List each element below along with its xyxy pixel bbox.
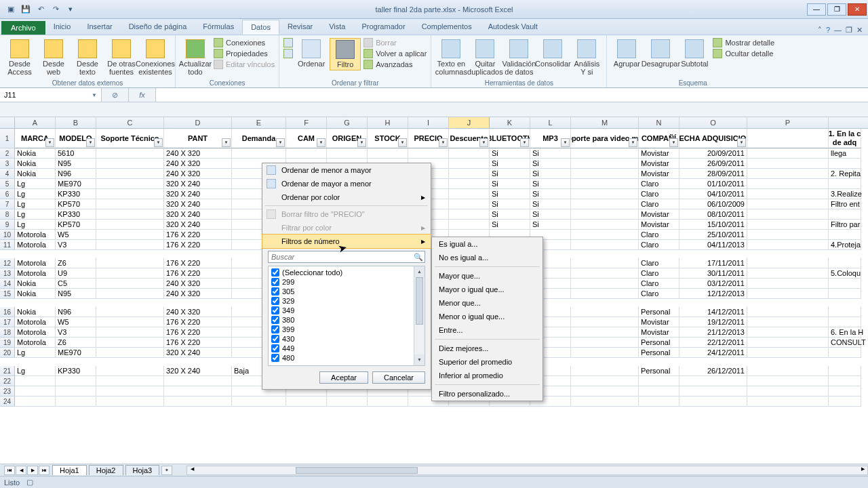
- data-cell[interactable]: Nokia: [15, 289, 56, 299]
- column-header[interactable]: O: [679, 117, 747, 128]
- data-cell[interactable]: 320 X 240: [164, 189, 232, 199]
- data-cell[interactable]: Lg: [15, 209, 56, 220]
- data-cell[interactable]: [571, 148, 639, 159]
- data-cell[interactable]: 176 X 220: [164, 327, 232, 338]
- data-cell[interactable]: Si: [490, 148, 530, 159]
- column-header[interactable]: E: [232, 117, 286, 128]
- data-cell[interactable]: [571, 289, 639, 299]
- column-header[interactable]: J: [449, 117, 490, 128]
- data-cell[interactable]: 04/10/2011: [679, 189, 747, 199]
- column-header[interactable]: L: [530, 117, 571, 128]
- data-cell[interactable]: Claro: [639, 179, 679, 189]
- data-cell[interactable]: [571, 366, 639, 376]
- filter-checkbox[interactable]: [271, 278, 279, 286]
- sheet-nav-last[interactable]: ⏭: [39, 466, 50, 475]
- data-cell[interactable]: [15, 376, 56, 386]
- data-cell[interactable]: N95: [56, 159, 96, 169]
- data-cell[interactable]: Movistar: [639, 317, 679, 327]
- row-header[interactable]: 16: [0, 307, 15, 317]
- data-cell[interactable]: Si: [490, 209, 530, 220]
- outline-button[interactable]: Agrupar: [611, 38, 642, 69]
- sort-ascending-item[interactable]: Ordenar de menor a mayor: [262, 163, 431, 177]
- data-tools-button[interactable]: Consolidar: [537, 38, 568, 69]
- data-cell[interactable]: KP330: [56, 209, 96, 220]
- column-header[interactable]: K: [490, 117, 530, 128]
- data-cell[interactable]: Si: [530, 209, 571, 220]
- filter-dropdown-button[interactable]: ▼: [86, 138, 95, 147]
- filter-checkbox[interactable]: [271, 297, 279, 305]
- ribbon-minimize-icon[interactable]: ˄: [818, 26, 822, 35]
- data-cell[interactable]: [449, 189, 490, 199]
- data-cell[interactable]: [96, 376, 164, 386]
- data-cell[interactable]: [571, 169, 639, 179]
- filter-dropdown-button[interactable]: ▼: [439, 138, 448, 147]
- filter-dropdown-button[interactable]: ▼: [398, 138, 407, 147]
- data-cell[interactable]: [96, 268, 164, 279]
- data-cell[interactable]: 19/12/2011: [679, 317, 747, 327]
- data-cell[interactable]: Lg: [15, 348, 56, 358]
- data-cell[interactable]: 08/10/2011: [679, 209, 747, 220]
- filter-value-item[interactable]: 349: [270, 306, 423, 315]
- data-cell[interactable]: [286, 148, 327, 159]
- redo-icon[interactable]: ↷: [49, 3, 62, 16]
- row-header[interactable]: 10: [0, 230, 15, 240]
- data-cell[interactable]: 240 X 320: [164, 279, 232, 289]
- data-cell[interactable]: Lg: [15, 189, 56, 199]
- data-cell[interactable]: [747, 189, 829, 199]
- data-cell[interactable]: [679, 396, 747, 407]
- data-cell[interactable]: [571, 376, 639, 386]
- data-cell[interactable]: [829, 209, 861, 220]
- data-cell[interactable]: [747, 348, 829, 358]
- data-cell[interactable]: Si: [490, 159, 530, 169]
- filter-value-item[interactable]: 380: [270, 315, 423, 325]
- data-cell[interactable]: Personal: [639, 348, 679, 358]
- data-cell[interactable]: Lg: [15, 366, 56, 376]
- data-cell[interactable]: [571, 240, 639, 250]
- new-sheet-button[interactable]: ✶: [161, 466, 172, 475]
- data-cell[interactable]: 22/12/2011: [679, 338, 747, 348]
- filter-checkbox[interactable]: [271, 335, 279, 343]
- data-cell[interactable]: V3: [56, 327, 96, 338]
- data-cell[interactable]: Motorola: [15, 327, 56, 338]
- row-header[interactable]: 17: [0, 317, 15, 327]
- submenu-item[interactable]: Mayor o igual que...: [432, 283, 542, 296]
- data-cell[interactable]: Si: [530, 199, 571, 209]
- row-header[interactable]: 15: [0, 289, 15, 299]
- data-cell[interactable]: ME970: [56, 179, 96, 189]
- data-cell[interactable]: [327, 148, 368, 159]
- data-cell[interactable]: [639, 376, 679, 386]
- data-cell[interactable]: 240 X 320: [164, 159, 232, 169]
- show-detail-item[interactable]: Mostrar detalle: [713, 38, 774, 47]
- data-cell[interactable]: 320 X 240: [164, 199, 232, 209]
- data-cell[interactable]: CONSULT: [829, 338, 861, 348]
- submenu-item[interactable]: Mayor que...: [432, 269, 542, 283]
- data-cell[interactable]: 15/10/2011: [679, 220, 747, 230]
- data-cell[interactable]: [96, 209, 164, 220]
- data-cell[interactable]: Motorola: [15, 338, 56, 348]
- filter-value-item[interactable]: 449: [270, 344, 423, 353]
- number-filters-item[interactable]: Filtros de número▶: [262, 234, 431, 249]
- data-cell[interactable]: [639, 386, 679, 396]
- external-data-button[interactable]: Desde texto: [72, 38, 103, 77]
- data-cell[interactable]: [747, 169, 829, 179]
- data-cell[interactable]: [96, 289, 164, 299]
- data-cell[interactable]: Movistar: [639, 159, 679, 169]
- submenu-item[interactable]: Entre...: [432, 323, 542, 337]
- row-header[interactable]: 21: [0, 366, 15, 376]
- submenu-item[interactable]: Es igual a...: [432, 237, 542, 251]
- ribbon-tab[interactable]: Fórmulas: [195, 20, 242, 35]
- data-cell[interactable]: Si: [530, 179, 571, 189]
- data-cell[interactable]: Si: [490, 189, 530, 199]
- data-cell[interactable]: [96, 230, 164, 240]
- submenu-item[interactable]: Inferior al promedio: [432, 369, 542, 382]
- data-cell[interactable]: [679, 386, 747, 396]
- sort-by-color-item[interactable]: Ordenar por color▶: [262, 190, 431, 204]
- data-cell[interactable]: Claro: [639, 289, 679, 299]
- data-cell[interactable]: [96, 348, 164, 358]
- data-cell[interactable]: [56, 396, 96, 407]
- data-cell[interactable]: Movistar: [639, 327, 679, 338]
- data-cell[interactable]: [327, 396, 368, 407]
- data-cell[interactable]: [571, 179, 639, 189]
- data-cell[interactable]: Movistar: [639, 220, 679, 230]
- data-cell[interactable]: [747, 209, 829, 220]
